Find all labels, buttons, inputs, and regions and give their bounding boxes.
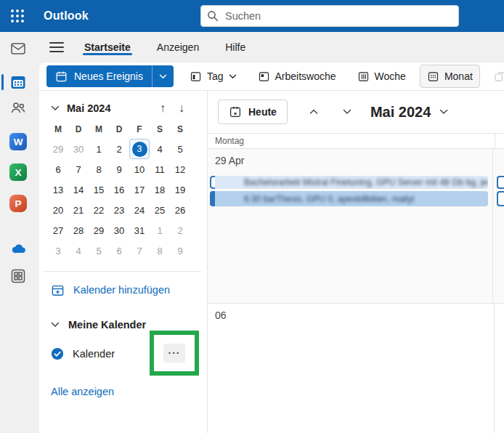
mini-calendar-day[interactable]: 4 <box>68 240 89 261</box>
rail-item-calendar[interactable] <box>0 73 36 91</box>
tab-hilfe[interactable]: Hilfe <box>224 32 247 62</box>
mini-calendar-dow: D <box>109 120 129 139</box>
mini-calendar-day[interactable]: 1 <box>150 220 170 240</box>
tab-anzeigen[interactable]: Anzeigen <box>155 32 200 62</box>
show-all-label: Alle anzeigen <box>51 386 114 397</box>
view-button-tag[interactable]: Tag <box>182 65 244 88</box>
chevron-down-icon <box>229 74 237 79</box>
mail-icon <box>9 40 27 57</box>
add-calendar-label: Kalender hinzufügen <box>73 284 170 296</box>
new-event-dropdown-button[interactable] <box>153 65 174 87</box>
mini-calendar-day[interactable]: 2 <box>109 139 129 159</box>
mini-calendar-day[interactable]: 11 <box>150 159 170 179</box>
calendar-month-icon <box>427 70 439 83</box>
mini-calendar-day[interactable]: 12 <box>170 159 190 179</box>
mini-calendar-day[interactable]: 6 <box>48 159 68 179</box>
mini-calendar-day[interactable]: 26 <box>170 200 190 220</box>
mini-calendar-grid: MDMDFSS293012345678910111213141516171819… <box>48 120 207 261</box>
rail-item-word[interactable]: W <box>0 133 36 150</box>
today-label: Heute <box>248 106 277 118</box>
mini-calendar-day[interactable]: 13 <box>48 179 68 200</box>
view-button-woche[interactable]: Woche <box>350 65 413 88</box>
view-button-monat[interactable]: Monat <box>420 65 480 88</box>
calendar-event[interactable]: Bachelorarbeit Mistral Finetuning, GPU S… <box>210 176 488 189</box>
next-day-column-sliver <box>495 304 504 433</box>
calendar-week-icon <box>357 70 370 83</box>
ribbon-tabs: StartseiteAnzeigenHilfe <box>83 32 270 62</box>
mini-calendar-day[interactable]: 3 <box>48 240 68 261</box>
mini-calendar-down-arrow[interactable]: ↓ <box>172 102 191 114</box>
chevron-down-icon <box>51 322 60 328</box>
rail-item-people[interactable] <box>0 99 36 116</box>
event-continuation-tab <box>210 191 215 206</box>
mini-calendar-day[interactable]: 18 <box>150 179 170 200</box>
mini-calendar-day[interactable]: 30 <box>109 220 129 240</box>
mini-calendar-day[interactable]: 17 <box>129 179 150 200</box>
mini-calendar-day[interactable]: 31 <box>129 220 150 240</box>
new-event-button[interactable]: Neues Ereignis <box>46 65 152 87</box>
mini-calendar-day[interactable]: 29 <box>48 139 68 159</box>
view-button-arbeitswoche[interactable]: Arbeitswoche <box>251 65 344 88</box>
mini-calendar-day[interactable]: 6 <box>109 240 129 261</box>
mini-calendar-day[interactable]: 8 <box>150 240 170 261</box>
mini-calendar-day[interactable]: 7 <box>68 159 89 179</box>
mini-calendar-day[interactable]: 9 <box>170 240 190 261</box>
mini-calendar-day[interactable]: 8 <box>89 159 109 179</box>
event-text: Bachelorarbeit Mistral Finetuning, GPU S… <box>238 176 488 189</box>
mini-calendar-day[interactable]: 14 <box>68 179 89 200</box>
word-icon: W <box>9 133 27 150</box>
previous-period-chevron-up[interactable] <box>306 106 321 118</box>
new-event-label: Neues Ereignis <box>74 70 143 82</box>
calendar-header: Heute Mai 2024 <box>208 91 504 133</box>
mini-calendar-day[interactable]: 10 <box>129 159 150 179</box>
collapse-chevron-icon[interactable] <box>51 105 60 111</box>
mini-calendar-day[interactable]: 5 <box>89 240 109 261</box>
show-all-link[interactable]: Alle anzeigen <box>51 383 207 400</box>
mini-calendar-day[interactable]: 15 <box>89 179 109 200</box>
mini-calendar-day[interactable]: 2 <box>170 220 190 240</box>
month-grid: Montag 29 Apr Bachelorarbeit Mistral Fin… <box>208 133 504 433</box>
app-launcher-icon[interactable] <box>0 0 35 32</box>
mini-calendar-day[interactable]: 9 <box>109 159 129 179</box>
mini-calendar-day[interactable]: 20 <box>48 200 68 220</box>
new-event-split-button[interactable]: Neues Ereignis <box>46 65 174 87</box>
mini-calendar-day[interactable]: 4 <box>150 139 170 159</box>
mini-calendar-day-selected[interactable]: 3 <box>129 139 150 159</box>
mini-calendar-day[interactable]: 21 <box>68 200 89 220</box>
search-box[interactable] <box>200 5 459 27</box>
mini-calendar-day[interactable]: 27 <box>48 220 68 240</box>
add-calendar-button[interactable]: Kalender hinzufügen <box>51 281 207 299</box>
mini-calendar-day[interactable]: 25 <box>150 200 170 220</box>
mini-calendar-day[interactable]: 24 <box>129 200 150 220</box>
today-button[interactable]: Heute <box>218 100 288 124</box>
mini-calendar-day[interactable]: 23 <box>109 200 129 220</box>
calendar-workweek-icon <box>258 70 270 83</box>
mini-calendar-day[interactable]: 19 <box>170 179 190 200</box>
tab-startseite[interactable]: Startseite <box>83 32 132 62</box>
mini-calendar-day[interactable]: 7 <box>129 240 150 261</box>
mini-calendar-day[interactable]: 1 <box>89 139 109 159</box>
mini-calendar-up-arrow[interactable]: ↑ <box>153 102 172 114</box>
period-title[interactable]: Mai 2024 <box>370 104 431 121</box>
waffle-icon <box>10 9 25 23</box>
day-cell-29-apr[interactable]: 29 Apr Bachelorarbeit Mistral Finetuning… <box>208 149 493 303</box>
calendar-event[interactable]: 6:30 barThesis, GPU 0, apexkillbilien, m… <box>210 191 488 206</box>
mini-calendar-day[interactable]: 29 <box>89 220 109 240</box>
calendar-more-button[interactable]: ··· <box>163 344 185 363</box>
rail-item-onedrive[interactable] <box>0 240 36 257</box>
mini-calendar-day[interactable]: 22 <box>89 200 109 220</box>
mini-calendar-day[interactable]: 28 <box>68 220 89 240</box>
search-input[interactable] <box>224 9 452 23</box>
next-period-chevron-down[interactable] <box>340 106 354 118</box>
mini-calendar-day[interactable]: 5 <box>170 139 190 159</box>
period-dropdown-chevron[interactable] <box>439 109 448 115</box>
rail-item-excel[interactable]: X <box>0 163 36 181</box>
mini-calendar-day[interactable]: 30 <box>68 139 89 159</box>
mini-calendar-day[interactable]: 16 <box>109 179 129 200</box>
day-cell-06[interactable]: 06 <box>208 304 495 433</box>
rail-item-powerpoint[interactable]: P <box>0 195 36 212</box>
rail-item-mail[interactable] <box>0 40 36 57</box>
checked-circle-icon[interactable] <box>51 347 64 360</box>
rail-item-apps[interactable] <box>0 267 36 285</box>
hamburger-menu-icon[interactable] <box>46 39 67 55</box>
